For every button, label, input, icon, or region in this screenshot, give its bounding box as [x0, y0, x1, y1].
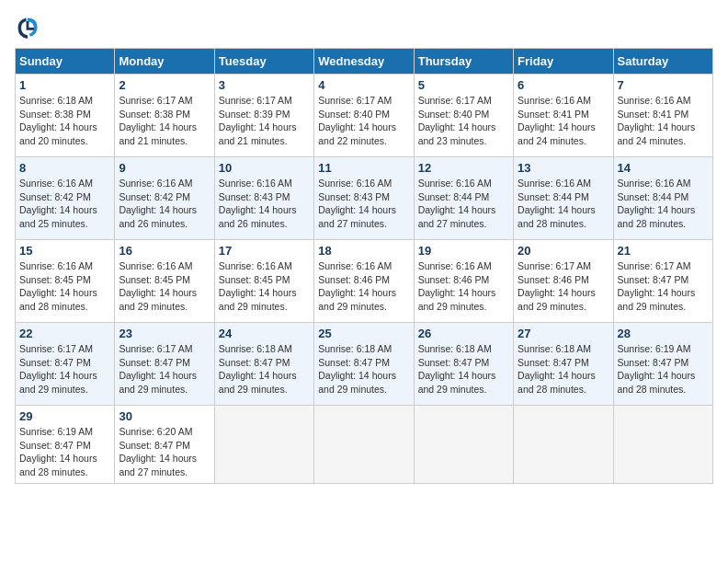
day-number: 30	[119, 409, 210, 423]
day-info: Sunrise: 6:16 AM Sunset: 8:41 PM Dayligh…	[518, 94, 609, 148]
calendar-day-cell: 29 Sunrise: 6:19 AM Sunset: 8:47 PM Dayl…	[16, 406, 115, 484]
day-number: 3	[219, 78, 310, 92]
day-number: 15	[19, 244, 110, 258]
calendar-day-cell	[613, 406, 712, 484]
calendar-day-cell: 17 Sunrise: 6:16 AM Sunset: 8:45 PM Dayl…	[214, 240, 313, 323]
day-number: 4	[318, 78, 409, 92]
calendar-day-cell: 27 Sunrise: 6:18 AM Sunset: 8:47 PM Dayl…	[514, 323, 613, 406]
day-number: 2	[119, 78, 210, 92]
day-info: Sunrise: 6:18 AM Sunset: 8:47 PM Dayligh…	[318, 342, 409, 396]
day-number: 16	[119, 244, 210, 258]
day-number: 28	[618, 327, 709, 340]
day-number: 22	[19, 327, 110, 340]
calendar-day-cell: 6 Sunrise: 6:16 AM Sunset: 8:41 PM Dayli…	[514, 75, 613, 157]
calendar-week-row: 15 Sunrise: 6:16 AM Sunset: 8:45 PM Dayl…	[16, 240, 713, 323]
day-info: Sunrise: 6:17 AM Sunset: 8:47 PM Dayligh…	[19, 342, 110, 396]
calendar-day-cell: 8 Sunrise: 6:16 AM Sunset: 8:42 PM Dayli…	[16, 157, 115, 240]
day-number: 9	[119, 161, 210, 175]
day-number: 23	[119, 327, 210, 340]
calendar-day-cell: 14 Sunrise: 6:16 AM Sunset: 8:44 PM Dayl…	[613, 157, 712, 240]
calendar-day-cell: 16 Sunrise: 6:16 AM Sunset: 8:45 PM Dayl…	[115, 240, 214, 323]
day-info: Sunrise: 6:20 AM Sunset: 8:47 PM Dayligh…	[119, 425, 210, 479]
day-info: Sunrise: 6:17 AM Sunset: 8:38 PM Dayligh…	[119, 94, 210, 148]
day-info: Sunrise: 6:19 AM Sunset: 8:47 PM Dayligh…	[618, 342, 709, 396]
calendar-day-cell	[214, 406, 313, 484]
calendar-day-cell	[514, 406, 613, 484]
calendar-day-header: Friday	[514, 49, 613, 75]
calendar-day-cell: 20 Sunrise: 6:17 AM Sunset: 8:46 PM Dayl…	[514, 240, 613, 323]
day-info: Sunrise: 6:16 AM Sunset: 8:42 PM Dayligh…	[19, 177, 110, 231]
day-number: 18	[318, 244, 409, 258]
day-number: 29	[19, 409, 110, 423]
day-info: Sunrise: 6:16 AM Sunset: 8:43 PM Dayligh…	[318, 177, 409, 231]
day-info: Sunrise: 6:16 AM Sunset: 8:43 PM Dayligh…	[219, 177, 310, 231]
day-number: 27	[518, 327, 609, 340]
day-number: 10	[219, 161, 310, 175]
day-number: 20	[518, 244, 609, 258]
day-number: 19	[418, 244, 509, 258]
day-info: Sunrise: 6:16 AM Sunset: 8:44 PM Dayligh…	[418, 177, 509, 231]
day-info: Sunrise: 6:17 AM Sunset: 8:40 PM Dayligh…	[318, 94, 409, 148]
day-info: Sunrise: 6:16 AM Sunset: 8:42 PM Dayligh…	[119, 177, 210, 231]
day-info: Sunrise: 6:16 AM Sunset: 8:45 PM Dayligh…	[19, 259, 110, 314]
calendar-day-header: Thursday	[414, 49, 513, 75]
logo-icon	[15, 15, 40, 40]
day-info: Sunrise: 6:16 AM Sunset: 8:41 PM Dayligh…	[618, 94, 709, 148]
day-info: Sunrise: 6:16 AM Sunset: 8:45 PM Dayligh…	[219, 259, 310, 314]
day-info: Sunrise: 6:17 AM Sunset: 8:39 PM Dayligh…	[219, 94, 310, 148]
day-number: 12	[418, 161, 509, 175]
calendar-week-row: 29 Sunrise: 6:19 AM Sunset: 8:47 PM Dayl…	[16, 406, 713, 484]
calendar-day-cell: 3 Sunrise: 6:17 AM Sunset: 8:39 PM Dayli…	[214, 75, 313, 157]
calendar-header-row: SundayMondayTuesdayWednesdayThursdayFrid…	[16, 49, 713, 75]
day-number: 25	[318, 327, 409, 340]
day-number: 7	[618, 78, 709, 92]
day-info: Sunrise: 6:17 AM Sunset: 8:46 PM Dayligh…	[518, 259, 609, 314]
calendar-day-cell: 7 Sunrise: 6:16 AM Sunset: 8:41 PM Dayli…	[613, 75, 712, 157]
day-number: 6	[518, 78, 609, 92]
day-info: Sunrise: 6:18 AM Sunset: 8:38 PM Dayligh…	[19, 94, 110, 148]
calendar-day-cell: 2 Sunrise: 6:17 AM Sunset: 8:38 PM Dayli…	[115, 75, 214, 157]
calendar-day-cell: 30 Sunrise: 6:20 AM Sunset: 8:47 PM Dayl…	[115, 406, 214, 484]
page-header	[15, 15, 713, 40]
calendar-day-cell: 13 Sunrise: 6:16 AM Sunset: 8:44 PM Dayl…	[514, 157, 613, 240]
day-info: Sunrise: 6:16 AM Sunset: 8:46 PM Dayligh…	[318, 259, 409, 314]
calendar-day-cell: 12 Sunrise: 6:16 AM Sunset: 8:44 PM Dayl…	[414, 157, 513, 240]
calendar-day-cell: 4 Sunrise: 6:17 AM Sunset: 8:40 PM Dayli…	[314, 75, 414, 157]
calendar-day-cell: 28 Sunrise: 6:19 AM Sunset: 8:47 PM Dayl…	[613, 323, 712, 406]
calendar-day-header: Tuesday	[214, 49, 313, 75]
day-number: 26	[418, 327, 509, 340]
day-number: 13	[518, 161, 609, 175]
calendar-day-cell: 1 Sunrise: 6:18 AM Sunset: 8:38 PM Dayli…	[16, 75, 115, 157]
calendar-day-cell: 18 Sunrise: 6:16 AM Sunset: 8:46 PM Dayl…	[314, 240, 414, 323]
calendar-week-row: 8 Sunrise: 6:16 AM Sunset: 8:42 PM Dayli…	[16, 157, 713, 240]
calendar-week-row: 22 Sunrise: 6:17 AM Sunset: 8:47 PM Dayl…	[16, 323, 713, 406]
calendar-day-cell	[314, 406, 414, 484]
calendar-table: SundayMondayTuesdayWednesdayThursdayFrid…	[15, 48, 713, 484]
calendar-day-header: Saturday	[613, 49, 712, 75]
day-info: Sunrise: 6:17 AM Sunset: 8:47 PM Dayligh…	[618, 259, 709, 314]
calendar-day-header: Sunday	[16, 49, 115, 75]
calendar-day-cell: 26 Sunrise: 6:18 AM Sunset: 8:47 PM Dayl…	[414, 323, 513, 406]
day-info: Sunrise: 6:17 AM Sunset: 8:47 PM Dayligh…	[119, 342, 210, 396]
calendar-day-cell: 23 Sunrise: 6:17 AM Sunset: 8:47 PM Dayl…	[115, 323, 214, 406]
calendar-day-cell: 11 Sunrise: 6:16 AM Sunset: 8:43 PM Dayl…	[314, 157, 414, 240]
day-info: Sunrise: 6:19 AM Sunset: 8:47 PM Dayligh…	[19, 425, 110, 479]
calendar-day-cell: 22 Sunrise: 6:17 AM Sunset: 8:47 PM Dayl…	[16, 323, 115, 406]
day-info: Sunrise: 6:16 AM Sunset: 8:44 PM Dayligh…	[518, 177, 609, 231]
calendar-day-cell: 21 Sunrise: 6:17 AM Sunset: 8:47 PM Dayl…	[613, 240, 712, 323]
day-number: 24	[219, 327, 310, 340]
day-number: 21	[618, 244, 709, 258]
calendar-day-header: Wednesday	[314, 49, 414, 75]
calendar-day-cell: 9 Sunrise: 6:16 AM Sunset: 8:42 PM Dayli…	[115, 157, 214, 240]
day-info: Sunrise: 6:16 AM Sunset: 8:44 PM Dayligh…	[618, 177, 709, 231]
day-info: Sunrise: 6:16 AM Sunset: 8:45 PM Dayligh…	[119, 259, 210, 314]
day-number: 14	[618, 161, 709, 175]
calendar-day-cell: 15 Sunrise: 6:16 AM Sunset: 8:45 PM Dayl…	[16, 240, 115, 323]
calendar-week-row: 1 Sunrise: 6:18 AM Sunset: 8:38 PM Dayli…	[16, 75, 713, 157]
calendar-day-cell: 19 Sunrise: 6:16 AM Sunset: 8:46 PM Dayl…	[414, 240, 513, 323]
day-number: 11	[318, 161, 409, 175]
calendar-day-cell: 24 Sunrise: 6:18 AM Sunset: 8:47 PM Dayl…	[214, 323, 313, 406]
calendar-day-header: Monday	[115, 49, 214, 75]
day-info: Sunrise: 6:18 AM Sunset: 8:47 PM Dayligh…	[518, 342, 609, 396]
day-info: Sunrise: 6:17 AM Sunset: 8:40 PM Dayligh…	[418, 94, 509, 148]
